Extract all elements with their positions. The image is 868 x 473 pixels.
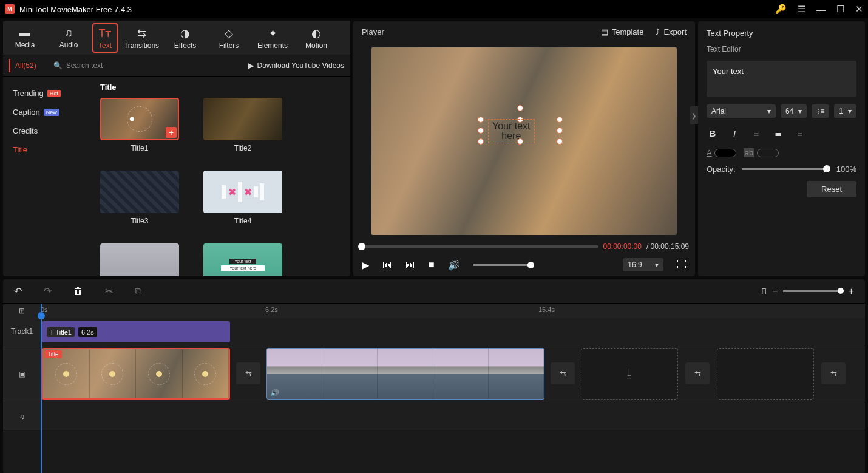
playhead[interactable]	[41, 304, 42, 473]
volume-slider[interactable]	[473, 264, 534, 266]
time-total: / 00:00:15:09	[646, 242, 689, 251]
search-icon: 🔍	[53, 61, 63, 70]
transition-button-1[interactable]: ⇆	[236, 362, 260, 384]
title-thumb-3[interactable]	[100, 171, 179, 213]
undo-button[interactable]: ↶	[14, 285, 22, 297]
tab-elements[interactable]: ✦Elements	[251, 21, 294, 55]
title-clip-duration: 6.2s	[78, 327, 97, 337]
collapse-arrow-icon[interactable]: ❯	[690, 106, 698, 124]
line-spacing-select[interactable]: ⫶≡	[812, 104, 829, 118]
title-thumb-4[interactable]: ✖✖	[203, 171, 282, 213]
maximize-button[interactable]: ☐	[836, 4, 844, 15]
all-filter[interactable]: All(52)	[9, 59, 41, 72]
size-select[interactable]: 64▾	[781, 104, 807, 118]
prev-button[interactable]: ⏮	[382, 259, 392, 270]
transition-button-2[interactable]: ⇆	[551, 362, 575, 384]
sidebar-item-caption[interactable]: CaptionNew	[10, 103, 87, 121]
drop-zone-1[interactable]: ⭳	[581, 348, 678, 400]
player-panel: Player ▤Template ⤴Export Your text here	[353, 21, 695, 276]
template-button[interactable]: ▤Template	[601, 27, 644, 36]
tab-effects[interactable]: ◑Effects	[163, 21, 207, 55]
reset-button[interactable]: Reset	[807, 181, 856, 197]
sidebar-item-trending[interactable]: TrendingHot	[10, 84, 87, 103]
editor-label: Text Editor	[707, 45, 856, 53]
tab-transitions[interactable]: ⇆Transitions	[120, 21, 163, 55]
youtube-icon: ▶	[248, 61, 254, 70]
video-clip-1[interactable]: Title	[42, 348, 230, 400]
fit-icon[interactable]: ⎍	[761, 286, 767, 297]
tab-motion[interactable]: ◐Motion	[294, 21, 338, 55]
add-icon[interactable]: +	[166, 127, 177, 138]
transition-button-3[interactable]: ⇆	[685, 362, 710, 384]
timeline-panel: ↶ ↷ 🗑 ✂ ⧉ ⎍ − + ⊞ 0s 6.2s 15.4s Track1 T…	[3, 279, 865, 473]
transition-button-4[interactable]: ⇆	[821, 362, 846, 384]
line-spacing-icon: ⫶≡	[816, 107, 824, 115]
opacity-label: Opacity:	[707, 165, 736, 174]
timeline-ruler[interactable]: 0s 6.2s 15.4s	[41, 304, 865, 318]
sidebar-item-credits[interactable]: Credits	[10, 121, 87, 140]
time-current: 00:00:00:00	[603, 242, 642, 251]
text-color-picker[interactable]: A	[707, 148, 736, 157]
track-label: Track1	[3, 318, 41, 345]
fullscreen-button[interactable]: ⛶	[677, 259, 687, 270]
progress-slider[interactable]	[359, 245, 598, 248]
layers-icon: ▤	[601, 27, 608, 36]
tab-filters[interactable]: ◇Filters	[207, 21, 251, 55]
text-editor-input[interactable]: Your text	[707, 61, 856, 97]
stop-button[interactable]: ■	[429, 259, 435, 270]
bold-button[interactable]: B	[707, 128, 719, 138]
title-thumb-6[interactable]: Your text Your text here	[203, 243, 282, 276]
motion-icon: ◐	[311, 27, 321, 40]
align-left-button[interactable]: ≡	[750, 128, 762, 138]
zoom-out-button[interactable]: −	[772, 286, 778, 297]
music-icon: ♫	[64, 27, 73, 39]
play-button[interactable]: ▶	[362, 259, 369, 271]
opacity-slider[interactable]	[742, 168, 830, 170]
text-selection-box[interactable]: Your text here	[481, 108, 560, 145]
elements-icon: ✦	[268, 27, 277, 40]
video-clip-2[interactable]: 🔊	[266, 348, 544, 400]
font-select[interactable]: Arial▾	[707, 104, 776, 118]
zoom-slider[interactable]	[783, 290, 844, 292]
title-clip[interactable]: T Title1 6.2s	[42, 321, 230, 342]
title-thumb-5[interactable]	[100, 243, 179, 276]
audio-icon: 🔊	[270, 389, 279, 397]
line-value-select[interactable]: 1▾	[834, 104, 856, 118]
aspect-ratio-select[interactable]: 16:9 ▾	[623, 258, 663, 271]
audio-track-icon: ♫	[3, 403, 41, 430]
zoom-in-button[interactable]: +	[849, 286, 854, 297]
drop-zone-2[interactable]	[717, 348, 814, 400]
export-icon: ⤴	[656, 27, 660, 36]
crop-button[interactable]: ⧉	[135, 286, 141, 297]
close-button[interactable]: ✕	[855, 4, 863, 15]
next-button[interactable]: ⏭	[405, 259, 415, 270]
folder-icon: ▬	[19, 27, 30, 39]
sidebar-item-title[interactable]: Title	[10, 140, 87, 159]
tab-audio[interactable]: ♫Audio	[47, 21, 90, 55]
align-right-button[interactable]: ≡	[794, 128, 806, 138]
tab-text[interactable]: TᴛText	[92, 23, 118, 53]
filters-icon: ◇	[225, 27, 233, 40]
redo-button[interactable]: ↷	[44, 285, 52, 297]
minimize-button[interactable]: —	[816, 4, 826, 15]
tab-media[interactable]: ▬Media	[3, 21, 47, 55]
search-input[interactable]: 🔍 Search text	[53, 61, 224, 70]
key-icon[interactable]: 🔑	[775, 4, 787, 15]
split-button[interactable]: ✂	[105, 285, 113, 297]
add-track-button[interactable]: ⊞	[3, 304, 41, 318]
italic-button[interactable]: I	[728, 128, 741, 138]
download-link[interactable]: ▶ Download YouTube Videos	[248, 61, 344, 70]
title-thumb-2[interactable]	[203, 98, 282, 140]
library-panel: ▬Media ♫Audio TᴛText ⇆Transitions ◑Effec…	[3, 21, 350, 276]
video-preview[interactable]: Your text here	[371, 47, 677, 235]
new-badge: New	[44, 109, 59, 116]
delete-button[interactable]: 🗑	[73, 286, 83, 297]
export-button[interactable]: ⤴Export	[656, 27, 687, 36]
title-thumb-1[interactable]: +	[100, 98, 179, 140]
align-center-button[interactable]: ≣	[772, 128, 784, 138]
volume-icon[interactable]: 🔊	[448, 259, 460, 271]
text-color-icon: A	[707, 148, 712, 157]
title-clip-name: T Title1	[47, 327, 75, 337]
menu-icon[interactable]: ☰	[798, 4, 805, 15]
highlight-color-picker[interactable]: ab	[744, 148, 779, 157]
